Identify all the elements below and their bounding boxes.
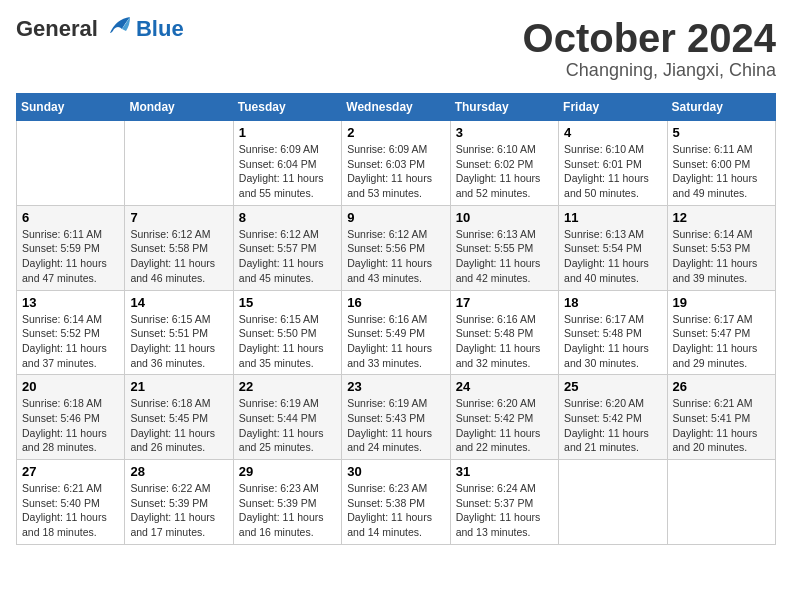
day-number: 22: [239, 379, 336, 394]
logo-general-text: General: [16, 16, 98, 42]
calendar-cell: 10Sunrise: 6:13 AMSunset: 5:55 PMDayligh…: [450, 205, 558, 290]
weekday-header-sunday: Sunday: [17, 94, 125, 121]
day-number: 20: [22, 379, 119, 394]
day-info: Sunrise: 6:19 AMSunset: 5:44 PMDaylight:…: [239, 396, 336, 455]
logo: General Blue: [16, 16, 184, 42]
day-info: Sunrise: 6:21 AMSunset: 5:41 PMDaylight:…: [673, 396, 770, 455]
day-number: 13: [22, 295, 119, 310]
day-number: 18: [564, 295, 661, 310]
day-info: Sunrise: 6:24 AMSunset: 5:37 PMDaylight:…: [456, 481, 553, 540]
day-info: Sunrise: 6:14 AMSunset: 5:53 PMDaylight:…: [673, 227, 770, 286]
day-info: Sunrise: 6:13 AMSunset: 5:54 PMDaylight:…: [564, 227, 661, 286]
title-block: October 2024 Changning, Jiangxi, China: [523, 16, 776, 81]
calendar-cell: 7Sunrise: 6:12 AMSunset: 5:58 PMDaylight…: [125, 205, 233, 290]
calendar-week-row: 20Sunrise: 6:18 AMSunset: 5:46 PMDayligh…: [17, 375, 776, 460]
weekday-header-row: SundayMondayTuesdayWednesdayThursdayFrid…: [17, 94, 776, 121]
day-info: Sunrise: 6:23 AMSunset: 5:39 PMDaylight:…: [239, 481, 336, 540]
day-info: Sunrise: 6:10 AMSunset: 6:01 PMDaylight:…: [564, 142, 661, 201]
day-info: Sunrise: 6:12 AMSunset: 5:57 PMDaylight:…: [239, 227, 336, 286]
weekday-header-thursday: Thursday: [450, 94, 558, 121]
day-number: 28: [130, 464, 227, 479]
day-number: 19: [673, 295, 770, 310]
day-info: Sunrise: 6:09 AMSunset: 6:04 PMDaylight:…: [239, 142, 336, 201]
page-header: General Blue October 2024 Changning, Jia…: [16, 16, 776, 81]
day-info: Sunrise: 6:20 AMSunset: 5:42 PMDaylight:…: [564, 396, 661, 455]
calendar-week-row: 13Sunrise: 6:14 AMSunset: 5:52 PMDayligh…: [17, 290, 776, 375]
day-info: Sunrise: 6:17 AMSunset: 5:48 PMDaylight:…: [564, 312, 661, 371]
day-number: 5: [673, 125, 770, 140]
calendar-cell: 21Sunrise: 6:18 AMSunset: 5:45 PMDayligh…: [125, 375, 233, 460]
location-title: Changning, Jiangxi, China: [523, 60, 776, 81]
day-info: Sunrise: 6:20 AMSunset: 5:42 PMDaylight:…: [456, 396, 553, 455]
calendar-cell: 8Sunrise: 6:12 AMSunset: 5:57 PMDaylight…: [233, 205, 341, 290]
calendar-cell: 2Sunrise: 6:09 AMSunset: 6:03 PMDaylight…: [342, 121, 450, 206]
day-number: 14: [130, 295, 227, 310]
calendar-cell: [667, 460, 775, 545]
day-number: 25: [564, 379, 661, 394]
day-number: 15: [239, 295, 336, 310]
day-number: 6: [22, 210, 119, 225]
day-info: Sunrise: 6:23 AMSunset: 5:38 PMDaylight:…: [347, 481, 444, 540]
calendar-cell: 6Sunrise: 6:11 AMSunset: 5:59 PMDaylight…: [17, 205, 125, 290]
day-info: Sunrise: 6:15 AMSunset: 5:50 PMDaylight:…: [239, 312, 336, 371]
day-number: 7: [130, 210, 227, 225]
calendar-cell: 5Sunrise: 6:11 AMSunset: 6:00 PMDaylight…: [667, 121, 775, 206]
day-number: 26: [673, 379, 770, 394]
calendar-cell: 13Sunrise: 6:14 AMSunset: 5:52 PMDayligh…: [17, 290, 125, 375]
day-number: 21: [130, 379, 227, 394]
calendar-cell: 20Sunrise: 6:18 AMSunset: 5:46 PMDayligh…: [17, 375, 125, 460]
day-number: 24: [456, 379, 553, 394]
day-info: Sunrise: 6:12 AMSunset: 5:58 PMDaylight:…: [130, 227, 227, 286]
calendar-cell: 11Sunrise: 6:13 AMSunset: 5:54 PMDayligh…: [559, 205, 667, 290]
day-info: Sunrise: 6:09 AMSunset: 6:03 PMDaylight:…: [347, 142, 444, 201]
calendar-cell: 24Sunrise: 6:20 AMSunset: 5:42 PMDayligh…: [450, 375, 558, 460]
calendar-cell: 19Sunrise: 6:17 AMSunset: 5:47 PMDayligh…: [667, 290, 775, 375]
day-info: Sunrise: 6:18 AMSunset: 5:45 PMDaylight:…: [130, 396, 227, 455]
calendar-cell: 25Sunrise: 6:20 AMSunset: 5:42 PMDayligh…: [559, 375, 667, 460]
month-title: October 2024: [523, 16, 776, 60]
calendar-cell: 30Sunrise: 6:23 AMSunset: 5:38 PMDayligh…: [342, 460, 450, 545]
day-number: 12: [673, 210, 770, 225]
day-number: 11: [564, 210, 661, 225]
day-number: 17: [456, 295, 553, 310]
day-info: Sunrise: 6:15 AMSunset: 5:51 PMDaylight:…: [130, 312, 227, 371]
calendar-week-row: 6Sunrise: 6:11 AMSunset: 5:59 PMDaylight…: [17, 205, 776, 290]
calendar-cell: 18Sunrise: 6:17 AMSunset: 5:48 PMDayligh…: [559, 290, 667, 375]
day-info: Sunrise: 6:14 AMSunset: 5:52 PMDaylight:…: [22, 312, 119, 371]
day-number: 8: [239, 210, 336, 225]
calendar-table: SundayMondayTuesdayWednesdayThursdayFrid…: [16, 93, 776, 545]
calendar-cell: [125, 121, 233, 206]
day-number: 30: [347, 464, 444, 479]
calendar-cell: [559, 460, 667, 545]
calendar-cell: 3Sunrise: 6:10 AMSunset: 6:02 PMDaylight…: [450, 121, 558, 206]
logo-blue-text: Blue: [136, 16, 184, 42]
calendar-cell: [17, 121, 125, 206]
calendar-cell: 29Sunrise: 6:23 AMSunset: 5:39 PMDayligh…: [233, 460, 341, 545]
day-info: Sunrise: 6:21 AMSunset: 5:40 PMDaylight:…: [22, 481, 119, 540]
calendar-cell: 22Sunrise: 6:19 AMSunset: 5:44 PMDayligh…: [233, 375, 341, 460]
calendar-cell: 14Sunrise: 6:15 AMSunset: 5:51 PMDayligh…: [125, 290, 233, 375]
day-number: 1: [239, 125, 336, 140]
calendar-cell: 23Sunrise: 6:19 AMSunset: 5:43 PMDayligh…: [342, 375, 450, 460]
day-info: Sunrise: 6:13 AMSunset: 5:55 PMDaylight:…: [456, 227, 553, 286]
calendar-cell: 12Sunrise: 6:14 AMSunset: 5:53 PMDayligh…: [667, 205, 775, 290]
day-number: 16: [347, 295, 444, 310]
day-info: Sunrise: 6:12 AMSunset: 5:56 PMDaylight:…: [347, 227, 444, 286]
calendar-cell: 28Sunrise: 6:22 AMSunset: 5:39 PMDayligh…: [125, 460, 233, 545]
day-info: Sunrise: 6:22 AMSunset: 5:39 PMDaylight:…: [130, 481, 227, 540]
weekday-header-friday: Friday: [559, 94, 667, 121]
calendar-cell: 1Sunrise: 6:09 AMSunset: 6:04 PMDaylight…: [233, 121, 341, 206]
calendar-week-row: 1Sunrise: 6:09 AMSunset: 6:04 PMDaylight…: [17, 121, 776, 206]
day-number: 2: [347, 125, 444, 140]
day-info: Sunrise: 6:19 AMSunset: 5:43 PMDaylight:…: [347, 396, 444, 455]
day-info: Sunrise: 6:17 AMSunset: 5:47 PMDaylight:…: [673, 312, 770, 371]
calendar-week-row: 27Sunrise: 6:21 AMSunset: 5:40 PMDayligh…: [17, 460, 776, 545]
day-number: 4: [564, 125, 661, 140]
weekday-header-wednesday: Wednesday: [342, 94, 450, 121]
calendar-cell: 17Sunrise: 6:16 AMSunset: 5:48 PMDayligh…: [450, 290, 558, 375]
logo-bird-icon: [102, 15, 134, 41]
calendar-cell: 26Sunrise: 6:21 AMSunset: 5:41 PMDayligh…: [667, 375, 775, 460]
calendar-cell: 31Sunrise: 6:24 AMSunset: 5:37 PMDayligh…: [450, 460, 558, 545]
day-number: 29: [239, 464, 336, 479]
day-info: Sunrise: 6:10 AMSunset: 6:02 PMDaylight:…: [456, 142, 553, 201]
